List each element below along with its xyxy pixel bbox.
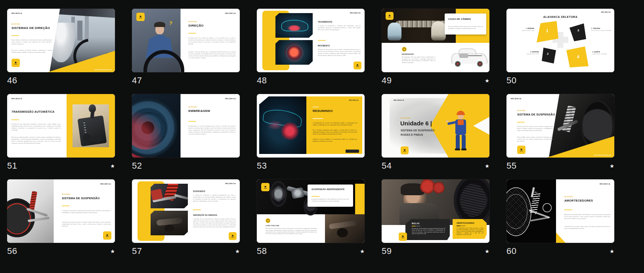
course-logo-badge	[103, 231, 111, 240]
favorite-star-icon[interactable]: ★	[235, 248, 240, 254]
xray-car-photo	[259, 96, 306, 154]
section-text: O sistema de transmissão é composto pela…	[318, 25, 361, 31]
slide-thumbnail-58[interactable]: SUSPENSÃO INDEPENDENTE A suspensão indep…	[257, 179, 365, 243]
course-logo-badge	[517, 146, 526, 154]
body-paragraph: Juntamente com as molas, rodas e pneus, …	[564, 225, 610, 229]
brand-label: MECÂNICA	[350, 12, 361, 14]
slide-thumbnail-60[interactable]: MECÂNICA DE ESTUDO AMORTECEDORES Atualme…	[506, 179, 614, 243]
section-text: O sistema de suspensão é composto princi…	[193, 194, 236, 202]
slide-number: 55	[506, 161, 516, 171]
body-paragraph: Se as marchas arranharem para engatar, o…	[313, 129, 357, 135]
divider	[318, 40, 326, 41]
slide-thumbnail-52[interactable]: MECÂNICA DE ESTUDO EMBREAGEM A embreagem…	[132, 94, 240, 158]
divider	[189, 121, 196, 122]
slide-thumbnail-49[interactable]: CAIXA DE CÂMBIO A caixa de câmbio permit…	[382, 9, 489, 72]
slide-thumbnail-46[interactable]: www.edufuture-edtech.com MECÂNICA DE EST…	[7, 9, 115, 72]
wheel-suspension-photo	[7, 179, 54, 243]
slide-thumbnail-55[interactable]: www.edufuture-edtech.com MECÂNICA DE EST…	[506, 94, 614, 158]
mechanic-character	[452, 110, 470, 152]
slide-title: EMBREAGEM	[189, 109, 210, 113]
slide-thumbnail-51[interactable]: MECÂNICA TRANSMISSÃO AUTOMÁTICA A função…	[7, 94, 115, 158]
card-text: Os amortecedores têm a função de absorve…	[457, 227, 483, 235]
slide-tagline: ESTUDO	[313, 106, 319, 108]
favorite-star-icon[interactable]: ★	[110, 163, 115, 169]
play-icon	[389, 15, 391, 17]
favorite-star-icon[interactable]: ★	[485, 78, 489, 84]
slide-cell-59: MOLAS As molas dos veículos absorvem ene…	[382, 179, 489, 243]
course-logo-badge	[261, 183, 269, 191]
slide-number: 54	[382, 161, 392, 171]
favorite-star-icon[interactable]: ★	[485, 163, 489, 169]
section-heading: ABSORÇÃO DA ENERGIA	[193, 214, 217, 216]
gear-shape-3: 3	[569, 23, 586, 41]
brand-label: MECÂNICA	[225, 98, 236, 100]
slide-tagline: DE ESTUDO	[189, 106, 197, 108]
body-paragraph: Juntamente com rodas e pneus, ele suport…	[62, 221, 111, 227]
section-text: O princípio do seu funcionamento é absor…	[193, 218, 236, 228]
slide-thumbnail-54[interactable]: MECÂNICA AUTOMÓVEIS Unidade 6 | SISTEMA …	[382, 94, 489, 158]
slide-thumbnail-48[interactable]: MECÂNICA TRANSMISSÃO O sistema de transm…	[257, 9, 365, 72]
card-text: As molas dos veículos absorvem energia p…	[412, 228, 445, 235]
slide-cell-46: www.edufuture-edtech.com MECÂNICA DE EST…	[7, 9, 115, 72]
favorite-star-icon[interactable]: ★	[485, 248, 489, 254]
favorite-star-icon[interactable]: ★	[110, 248, 115, 254]
section-heading: TRANSMISSÃO	[318, 21, 333, 23]
unit-subtitle-2: RODAS E PNEUS	[401, 133, 423, 136]
undercarriage-photo	[325, 214, 365, 243]
clutch-disc-photo	[132, 94, 181, 158]
slide-number: 51	[7, 161, 17, 171]
slide-tagline: DE ESTUDO	[564, 196, 573, 197]
card-text: A caixa de câmbio permite ao motor forne…	[448, 26, 483, 29]
slide-title: AMORTECEDORES	[564, 199, 593, 202]
slide-tagline: DE ESTUDO	[11, 23, 20, 25]
slide-tagline: DE ESTUDO	[517, 110, 526, 111]
play-icon	[15, 62, 17, 63]
body-paragraph: A maior parte dos veículos possui sistem…	[517, 125, 553, 131]
slide-title: DIREÇÃO	[189, 24, 204, 27]
accent-stripe	[355, 184, 365, 214]
body-paragraph: Para que o sistema de direção funcione c…	[11, 50, 52, 54]
slide-number: 46	[7, 75, 17, 86]
course-logo-badge	[136, 13, 145, 21]
course-logo-badge	[399, 233, 407, 241]
brand-label: MECÂNICA	[11, 12, 22, 14]
gear-icon	[402, 47, 407, 52]
car-drivetrain-illustration	[451, 48, 486, 67]
brand-label: MECÂNICA	[349, 100, 359, 101]
divider	[311, 196, 319, 197]
slide-number: 53	[257, 161, 267, 171]
slide-number: 47	[132, 75, 142, 86]
slide-tagline: AUTOMÓVEIS	[401, 117, 411, 119]
slide-number: 48	[257, 75, 267, 86]
gear-icon	[266, 218, 270, 223]
body-paragraph: Neste módulo, estudaremos os sistemas de…	[11, 39, 52, 45]
slide-thumbnail-59[interactable]: MOLAS As molas dos veículos absorvem ene…	[382, 179, 489, 243]
gear-shifter-photo	[73, 104, 109, 147]
slide-thumbnail-56[interactable]: MECÂNICA DE ESTUDO SISTEMA DE SUSPENSÃO …	[7, 179, 115, 243]
slide-thumbnail-50[interactable]: MECÂNICA ALAVANCA SELETORA 1 3 2 4 1. PR…	[506, 9, 614, 72]
favorite-star-icon[interactable]: ★	[610, 163, 614, 169]
gear-shape-4: 4	[566, 46, 589, 67]
shift-gate-cross	[558, 32, 564, 48]
slide-thumbnail-47[interactable]: ? ? MECÂNICA DE ESTUDO DIREÇÃO A função …	[132, 9, 240, 72]
favorite-star-icon[interactable]: ★	[360, 248, 365, 254]
menu-icon[interactable]	[481, 98, 485, 101]
divider	[11, 119, 19, 120]
slide-thumbnail-53[interactable]: MECÂNICA ESTUDO RESUMINDO O desempenho d…	[257, 94, 365, 158]
play-icon	[232, 235, 234, 237]
robot-driver-shape	[52, 23, 75, 62]
divider	[313, 118, 323, 119]
slide-title: SISTEMA DE SUSPENSÃO	[62, 196, 100, 200]
cta-button[interactable]	[346, 150, 359, 153]
favorite-star-icon[interactable]: ★	[610, 248, 614, 254]
brand-label: MECÂNICA	[601, 12, 611, 13]
slide-thumbnail-57[interactable]: MECÂNICA SUSPENSÃO O sistema de suspensã…	[132, 179, 240, 243]
brand-label: MECÂNICA	[100, 183, 111, 185]
section-text: Nesse sistema, cada roda possui molas e …	[266, 228, 317, 235]
section-heading: SUSPENSÃO	[193, 190, 205, 192]
divider	[189, 33, 196, 34]
slide-cell-57: MECÂNICA SUSPENSÃO O sistema de suspensã…	[132, 179, 240, 243]
play-icon	[402, 235, 404, 237]
slide-number: 56	[7, 246, 17, 256]
slide-title: SISTEMA DE SUSPENSÃO	[517, 113, 555, 116]
